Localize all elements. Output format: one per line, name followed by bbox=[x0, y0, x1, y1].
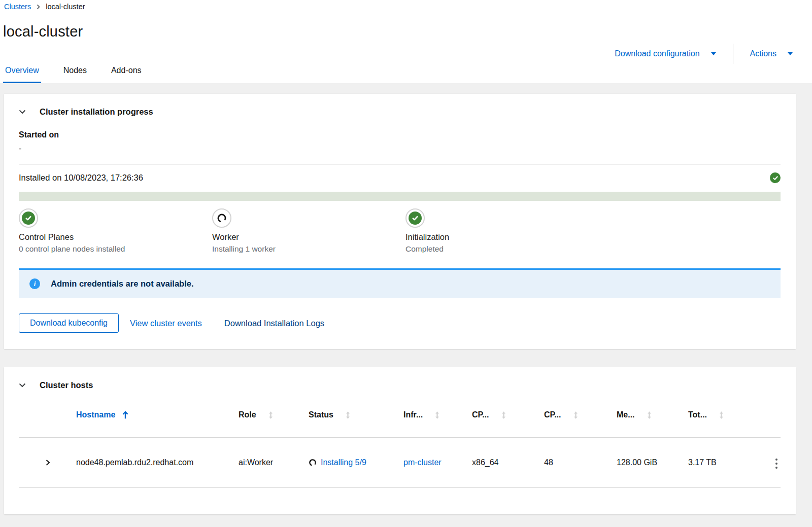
status-link[interactable]: Installing 5/9 bbox=[321, 458, 366, 467]
expand-column-header bbox=[19, 410, 76, 438]
chevron-down-icon[interactable] bbox=[19, 383, 26, 388]
table-row: node48.pemlab.rdu2.redhat.com ai:Worker bbox=[19, 438, 781, 488]
installation-steps: Control Planes 0 control plane nodes ins… bbox=[19, 208, 781, 254]
success-check-icon bbox=[770, 172, 781, 183]
download-configuration-dropdown[interactable]: Download configuration bbox=[615, 49, 716, 58]
page-title: local-cluster bbox=[3, 23, 83, 40]
step-success-icon bbox=[405, 208, 425, 228]
tab-addons[interactable]: Add-ons bbox=[109, 66, 144, 83]
sort-icon[interactable] bbox=[346, 411, 350, 419]
page-header: Clusters local-cluster local-cluster Dow… bbox=[0, 0, 812, 83]
actions-divider bbox=[733, 44, 733, 64]
cell-cpu-arch: x86_64 bbox=[472, 438, 544, 488]
column-label: Hostname bbox=[76, 410, 115, 419]
view-cluster-events-link[interactable]: View cluster events bbox=[130, 319, 202, 328]
cluster-hosts-card: Cluster hosts Hostname bbox=[4, 367, 796, 514]
breadcrumb-current: local-cluster bbox=[46, 3, 85, 11]
column-header-infra[interactable]: Infr... bbox=[403, 410, 472, 438]
cell-hostname: node48.pemlab.rdu2.redhat.com bbox=[76, 438, 239, 488]
download-configuration-label: Download configuration bbox=[615, 49, 699, 58]
caret-down-icon bbox=[711, 52, 716, 55]
actions-dropdown[interactable]: Actions bbox=[750, 49, 793, 58]
column-header-status[interactable]: Status bbox=[309, 410, 403, 438]
spinner-icon bbox=[212, 208, 231, 228]
step-title: Control Planes bbox=[19, 232, 212, 242]
column-label: Role bbox=[239, 410, 256, 419]
sort-icon[interactable] bbox=[435, 411, 439, 419]
step-success-icon bbox=[19, 208, 38, 228]
column-header-cpu-arch[interactable]: CP... bbox=[472, 410, 544, 438]
column-label: Infr... bbox=[403, 410, 423, 419]
step-subtitle: 0 control plane nodes installed bbox=[19, 244, 212, 254]
hosts-table: Hostname Role bbox=[19, 410, 781, 488]
column-label: CP... bbox=[472, 410, 489, 419]
cell-memory: 128.00 GiB bbox=[617, 438, 688, 488]
kebab-menu-icon[interactable] bbox=[772, 455, 781, 472]
installation-section-title: Cluster installation progress bbox=[40, 107, 153, 117]
column-header-total-storage[interactable]: Tot... bbox=[688, 410, 750, 438]
download-kubeconfig-button[interactable]: Download kubeconfig bbox=[19, 313, 119, 333]
step-subtitle: Installing 1 worker bbox=[212, 244, 405, 254]
column-label: CP... bbox=[544, 410, 561, 419]
sort-icon[interactable] bbox=[719, 411, 724, 419]
admin-credentials-alert: i Admin credentials are not available. bbox=[19, 268, 781, 298]
caret-down-icon bbox=[788, 52, 793, 55]
started-on-value: - bbox=[19, 144, 781, 153]
column-header-hostname[interactable]: Hostname bbox=[76, 410, 239, 438]
installed-on-text: Installed on 10/08/2023, 17:26:36 bbox=[19, 173, 143, 183]
row-expand-chevron-icon[interactable] bbox=[43, 457, 52, 468]
installation-section-header: Cluster installation progress bbox=[19, 107, 781, 117]
installed-on-row: Installed on 10/08/2023, 17:26:36 bbox=[19, 172, 781, 183]
chevron-down-icon[interactable] bbox=[19, 110, 26, 114]
cell-infra: pm-cluster bbox=[403, 438, 472, 488]
step-title: Initialization bbox=[405, 232, 599, 242]
cell-status: Installing 5/9 bbox=[309, 438, 403, 488]
breadcrumb: Clusters local-cluster bbox=[4, 3, 85, 11]
page-body: Cluster installation progress Started on… bbox=[0, 83, 812, 514]
step-initialization: Initialization Completed bbox=[405, 208, 599, 254]
tab-nodes[interactable]: Nodes bbox=[61, 66, 89, 83]
column-header-role[interactable]: Role bbox=[239, 410, 309, 438]
cell-cpu-cores: 48 bbox=[544, 438, 617, 488]
tabs: Overview Nodes Add-ons bbox=[3, 66, 164, 83]
column-label: Status bbox=[309, 410, 333, 419]
tab-overview[interactable]: Overview bbox=[3, 66, 41, 83]
sort-icon[interactable] bbox=[268, 411, 273, 419]
breadcrumb-clusters-link[interactable]: Clusters bbox=[4, 3, 31, 11]
info-icon: i bbox=[29, 278, 40, 289]
sort-icon[interactable] bbox=[573, 411, 578, 419]
step-control-planes: Control Planes 0 control plane nodes ins… bbox=[19, 208, 212, 254]
cell-total-storage: 3.17 TB bbox=[688, 438, 750, 488]
hosts-section-title: Cluster hosts bbox=[40, 380, 93, 390]
spinner-icon bbox=[309, 459, 317, 467]
hosts-section-header: Cluster hosts bbox=[19, 380, 781, 390]
table-header-row: Hostname Role bbox=[19, 410, 781, 438]
cell-role: ai:Worker bbox=[239, 438, 309, 488]
header-actions: Download configuration Actions bbox=[615, 45, 793, 63]
download-installation-logs-link[interactable]: Download Installation Logs bbox=[224, 319, 324, 328]
breadcrumb-separator-icon bbox=[36, 4, 41, 10]
step-subtitle: Completed bbox=[405, 244, 599, 254]
column-header-memory[interactable]: Me... bbox=[617, 410, 688, 438]
column-header-cpu-cores[interactable]: CP... bbox=[544, 410, 617, 438]
started-on-label: Started on bbox=[19, 130, 781, 139]
column-label: Tot... bbox=[688, 410, 707, 419]
installation-progress-card: Cluster installation progress Started on… bbox=[4, 94, 796, 349]
actions-label: Actions bbox=[750, 49, 776, 58]
infra-link[interactable]: pm-cluster bbox=[403, 458, 442, 467]
divider bbox=[19, 164, 781, 165]
sort-ascending-icon[interactable] bbox=[122, 411, 128, 419]
step-worker: Worker Installing 1 worker bbox=[212, 208, 405, 254]
installation-progress-bar bbox=[19, 192, 781, 201]
sort-icon[interactable] bbox=[501, 411, 506, 419]
alert-title: Admin credentials are not available. bbox=[51, 279, 194, 289]
sort-icon[interactable] bbox=[647, 411, 652, 419]
kebab-column-header bbox=[750, 410, 781, 438]
column-label: Me... bbox=[617, 410, 635, 419]
step-title: Worker bbox=[212, 232, 405, 242]
installation-actions-row: Download kubeconfig View cluster events … bbox=[19, 313, 781, 333]
